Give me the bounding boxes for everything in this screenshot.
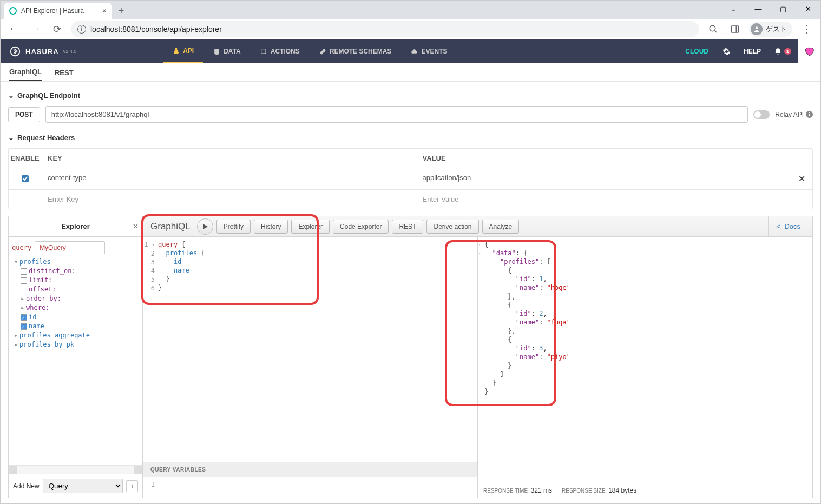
history-button[interactable]: History: [254, 220, 288, 234]
svg-point-7: [261, 49, 262, 50]
tree-arg-offset[interactable]: offset:: [12, 285, 139, 294]
query-variables-editor[interactable]: 1: [143, 477, 477, 498]
code-exporter-button[interactable]: Code Exporter: [333, 220, 389, 234]
actions-icon: [260, 48, 267, 55]
cloud-icon: [411, 48, 418, 55]
tree-arg-where[interactable]: ▸where:: [12, 303, 139, 313]
window-minimize-button[interactable]: —: [746, 1, 771, 17]
profile-chip[interactable]: ゲスト: [749, 22, 792, 37]
endpoint-url-input[interactable]: [45, 106, 748, 123]
addnew-select[interactable]: Query: [43, 479, 123, 493]
explorer-scrollbar[interactable]: [9, 465, 142, 474]
docs-button[interactable]: < Docs: [768, 216, 808, 236]
explorer-button[interactable]: Explorer: [291, 220, 330, 234]
database-icon: [213, 48, 220, 55]
relay-label: Relay API i: [775, 111, 813, 118]
query-editor[interactable]: 1 ▾23456 query { profiles { id name }}: [143, 237, 477, 462]
section-request-headers[interactable]: ⌄ Request Headers: [8, 129, 813, 146]
relay-toggle[interactable]: [753, 110, 770, 119]
chevron-down-icon: ⌄: [8, 91, 14, 100]
explorer-tree[interactable]: query ▾profiles distinct_on: limit: offs…: [9, 237, 142, 465]
explorer-close-button[interactable]: ×: [133, 222, 138, 231]
notifications-button[interactable]: 1: [767, 48, 798, 56]
tree-profiles-aggregate[interactable]: ▸profiles_aggregate: [12, 331, 139, 340]
info-icon[interactable]: i: [806, 111, 813, 118]
col-key: KEY: [41, 149, 416, 168]
result-footer: RESPONSE TIME 321 ms RESPONSE SIZE 184 b…: [478, 483, 812, 498]
window-close-button[interactable]: ✕: [796, 1, 820, 17]
execute-button[interactable]: [197, 218, 213, 235]
browser-back-button[interactable]: ←: [6, 22, 21, 37]
window-maximize-button[interactable]: ▢: [771, 1, 796, 17]
header-remove-button[interactable]: ✕: [791, 168, 812, 189]
query-variables-header[interactable]: QUERY VARIABLES: [143, 462, 477, 477]
chevron-down-icon: ⌄: [8, 134, 14, 142]
svg-point-10: [265, 52, 266, 54]
section-graphql-endpoint[interactable]: ⌄ GraphQL Endpoint: [8, 87, 813, 104]
tab-close-icon[interactable]: ×: [102, 6, 107, 15]
window-dropdown-icon[interactable]: ⌄: [721, 1, 746, 17]
help-link[interactable]: HELP: [737, 48, 767, 55]
query-name-input[interactable]: [35, 241, 105, 254]
addnew-plus-button[interactable]: +: [126, 480, 138, 492]
analyze-button[interactable]: Analyze: [482, 220, 520, 234]
site-info-icon[interactable]: i: [77, 25, 86, 34]
cloud-link[interactable]: CLOUD: [678, 48, 716, 55]
hasura-favicon: [9, 7, 17, 15]
svg-point-8: [265, 49, 266, 50]
nav-events[interactable]: EVENTS: [401, 39, 457, 63]
search-icon[interactable]: [706, 22, 721, 37]
hasura-brand: HASURA: [25, 48, 59, 56]
url-input[interactable]: [90, 25, 693, 34]
tree-field-id[interactable]: id: [12, 313, 139, 322]
addnew-label: Add New: [13, 482, 40, 490]
love-button[interactable]: [798, 39, 820, 63]
derive-action-button[interactable]: Derive action: [426, 220, 478, 234]
header-key: content-type: [41, 168, 416, 189]
flask-icon: [173, 47, 180, 54]
nav-actions[interactable]: ACTIONS: [251, 39, 310, 63]
browser-reload-button[interactable]: ⟳: [49, 22, 64, 37]
hasura-logo[interactable]: HASURA v2.4.0: [9, 45, 76, 57]
profile-label: ゲスト: [766, 24, 787, 34]
nav-remote-schemas[interactable]: REMOTE SCHEMAS: [310, 39, 402, 63]
tree-arg-orderby[interactable]: ▸order_by:: [12, 294, 139, 303]
result-viewer[interactable]: ▾▾ { "data": { "profiles": [ { "id": 1, …: [478, 237, 812, 483]
header-value-input[interactable]: [423, 195, 785, 203]
svg-point-4: [756, 26, 758, 29]
tree-arg-limit[interactable]: limit:: [12, 276, 139, 285]
tree-arg-distinct[interactable]: distinct_on:: [12, 267, 139, 276]
profile-avatar-icon: [751, 23, 763, 35]
tab-rest[interactable]: REST: [55, 69, 74, 81]
tab-graphiql[interactable]: GraphiQL: [9, 68, 42, 81]
browser-forward-button: →: [28, 22, 43, 37]
hasura-mark-icon: [9, 45, 21, 57]
browser-tab[interactable]: API Explorer | Hasura ×: [4, 3, 112, 19]
explorer-header: Explorer ×: [9, 216, 142, 237]
svg-point-0: [710, 25, 715, 31]
tab-title: API Explorer | Hasura: [21, 7, 98, 15]
headers-table: ENABLE KEY VALUE content-type applicatio…: [8, 148, 813, 209]
header-row-new: [9, 190, 812, 209]
settings-button[interactable]: [716, 48, 737, 56]
browser-menu-icon[interactable]: ⋮: [799, 23, 815, 35]
hasura-version: v2.4.0: [63, 49, 77, 54]
tree-profiles[interactable]: ▾profiles: [12, 257, 139, 267]
link-icon: [319, 48, 326, 55]
new-tab-button[interactable]: +: [112, 3, 130, 19]
header-row: content-type application/json ✕: [9, 168, 812, 190]
tree-profiles-by-pk[interactable]: ▸profiles_by_pk: [12, 340, 139, 349]
tree-field-name[interactable]: name: [12, 322, 139, 331]
nav-data[interactable]: DATA: [203, 39, 251, 63]
header-enable-checkbox[interactable]: [22, 175, 29, 182]
nav-api[interactable]: API: [163, 39, 203, 63]
rest-button[interactable]: REST: [392, 220, 423, 234]
svg-point-9: [261, 52, 262, 54]
address-bar[interactable]: i: [71, 21, 699, 37]
prettify-button[interactable]: Prettify: [216, 220, 251, 234]
header-key-input[interactable]: [48, 195, 410, 203]
side-panel-icon[interactable]: [727, 22, 743, 37]
header-value: application/json: [416, 168, 791, 189]
col-value: VALUE: [416, 149, 791, 168]
svg-rect-2: [731, 26, 739, 32]
